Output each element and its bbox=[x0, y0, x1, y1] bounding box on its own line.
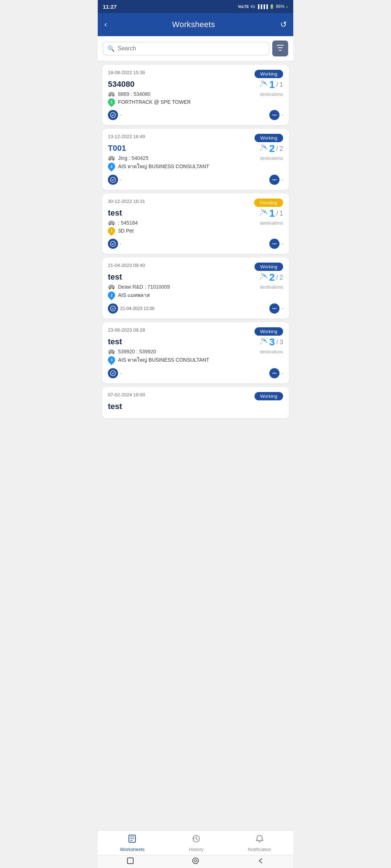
dest-total-number: 2 bbox=[279, 274, 283, 281]
card-left: test bbox=[108, 402, 283, 413]
card-id: 534080 bbox=[108, 80, 260, 89]
dest-current-number: 2 bbox=[269, 272, 275, 282]
more-icon[interactable] bbox=[269, 175, 279, 185]
card-body: T001 Jing : 540425 2 AIS หาดใหญ่ BUSINES… bbox=[108, 144, 283, 172]
status-icons: VoLTE 4G ▐▐▐▐ 🔋 86% ● bbox=[238, 4, 288, 9]
location-number: 3 bbox=[110, 358, 113, 362]
svg-point-25 bbox=[274, 243, 275, 244]
filter-icon bbox=[277, 45, 284, 52]
footer-left-text: - bbox=[120, 112, 122, 118]
card-footer: - - bbox=[108, 175, 283, 185]
svg-point-38 bbox=[113, 353, 114, 354]
footer-left-text: - bbox=[120, 177, 122, 182]
worksheet-card[interactable]: 18-08-2022 15:36 Working 534080 8869 : 5… bbox=[102, 65, 289, 125]
svg-point-34 bbox=[274, 308, 275, 309]
person-route-icon bbox=[260, 80, 268, 90]
svg-point-10 bbox=[109, 159, 110, 161]
svg-point-3 bbox=[261, 81, 264, 83]
more-icon[interactable] bbox=[269, 303, 279, 314]
worksheet-card[interactable]: 13-12-2022 16:49 Working T001 Jing : 540… bbox=[102, 129, 289, 190]
card-footer-right: - bbox=[269, 110, 283, 120]
arrive-icon[interactable] bbox=[108, 303, 118, 314]
location-number: 2 bbox=[110, 165, 113, 169]
destinations-info: 2 / 2 destinations bbox=[260, 144, 283, 161]
location-marker-icon: 1 bbox=[106, 97, 117, 107]
search-container: 🔍 bbox=[98, 36, 293, 61]
more-icon[interactable] bbox=[269, 239, 279, 249]
footer-right-text: - bbox=[282, 371, 283, 376]
more-icon[interactable] bbox=[269, 110, 279, 120]
status-badge: Working bbox=[255, 392, 283, 400]
location-name: 3D Pet bbox=[118, 228, 134, 234]
person-route-icon bbox=[260, 337, 268, 347]
worksheet-card[interactable]: 30-12-2022 16:31 Pending test : 545184 bbox=[102, 193, 289, 254]
arrive-icon[interactable] bbox=[108, 239, 118, 249]
search-input[interactable] bbox=[118, 45, 265, 52]
card-footer-left: - bbox=[108, 368, 122, 378]
dest-total-number: 1 bbox=[279, 81, 283, 89]
card-right: 2 / 2 destinations bbox=[260, 144, 283, 161]
dest-count: 2 / 2 bbox=[260, 272, 283, 282]
location-name: FORTHTRACK @ SPE TOWER bbox=[118, 99, 191, 105]
arrive-icon[interactable] bbox=[108, 110, 118, 120]
location-number: 1 bbox=[110, 100, 113, 104]
card-vehicle-row: 539920 : 539920 bbox=[108, 349, 260, 354]
svg-point-4 bbox=[264, 82, 265, 84]
location-number: 2 bbox=[110, 293, 113, 297]
svg-point-7 bbox=[274, 115, 275, 116]
card-left: T001 Jing : 540425 2 AIS หาดใหญ่ BUSINES… bbox=[108, 144, 260, 172]
footer-right-text: - bbox=[282, 241, 283, 246]
destinations-info: 2 / 2 destinations bbox=[260, 272, 283, 290]
status-badge: Working bbox=[255, 134, 283, 142]
destinations-info: 1 / 1 destinations bbox=[260, 80, 283, 97]
arrive-icon[interactable] bbox=[108, 175, 118, 185]
svg-point-44 bbox=[276, 373, 277, 374]
svg-point-40 bbox=[264, 340, 265, 341]
arrive-icon[interactable] bbox=[108, 368, 118, 378]
filter-button[interactable] bbox=[272, 41, 288, 56]
refresh-button[interactable]: ↺ bbox=[280, 20, 287, 29]
back-button[interactable]: ‹ bbox=[104, 20, 107, 29]
card-footer-right: - bbox=[269, 303, 283, 314]
status-time: 11:27 bbox=[103, 4, 117, 10]
destinations-label: destinations bbox=[260, 221, 283, 226]
footer-right-text: - bbox=[282, 112, 283, 118]
svg-point-11 bbox=[113, 159, 114, 161]
card-right: 3 / 3 destinations bbox=[260, 337, 283, 354]
dest-count: 1 / 1 bbox=[260, 80, 283, 90]
card-footer-right: - bbox=[269, 175, 283, 185]
dest-current-number: 2 bbox=[269, 144, 275, 154]
signal-icon: ▐▐▐▐ bbox=[257, 4, 268, 9]
battery-icon: 🔋 bbox=[269, 4, 274, 9]
svg-point-17 bbox=[276, 179, 277, 180]
card-id: test bbox=[108, 272, 260, 282]
volte-icon: VoLTE bbox=[238, 5, 249, 9]
card-header: 23-06-2023 09:28 Working bbox=[108, 327, 283, 336]
worksheet-card[interactable]: 21-04-2023 09:40 Working test Deaw R&D :… bbox=[102, 258, 289, 319]
worksheet-card[interactable]: 23-06-2023 09:28 Working test 539920 : 5… bbox=[102, 322, 289, 383]
person-route-icon bbox=[260, 209, 268, 218]
svg-point-37 bbox=[109, 353, 110, 354]
card-left: test : 545184 1 3D Pet bbox=[108, 208, 260, 236]
status-bar: 11:27 VoLTE 4G ▐▐▐▐ 🔋 86% ● bbox=[98, 0, 293, 13]
svg-point-13 bbox=[264, 146, 265, 148]
more-icon[interactable] bbox=[269, 368, 279, 378]
footer-left-text: - bbox=[120, 241, 122, 246]
status-badge: Pending bbox=[254, 199, 283, 207]
location-marker-icon: 1 bbox=[106, 226, 117, 236]
card-location-row: 2 AIS หาดใหญ่ BUSINESS CONSULTANT bbox=[108, 162, 260, 170]
footer-right-text: - bbox=[282, 306, 283, 311]
destinations-label: destinations bbox=[260, 285, 283, 290]
svg-point-31 bbox=[264, 275, 265, 276]
worksheets-list: 18-08-2022 15:36 Working 534080 8869 : 5… bbox=[98, 61, 293, 447]
svg-point-29 bbox=[113, 288, 114, 289]
search-input-wrapper[interactable]: 🔍 bbox=[103, 42, 269, 55]
footer-left-text: 21-04-2023 12:00 bbox=[120, 306, 155, 311]
car-icon bbox=[108, 156, 115, 161]
card-right: 1 / 1 destinations bbox=[260, 208, 283, 226]
status-badge: Working bbox=[255, 327, 283, 336]
worksheet-card[interactable]: 07-02-2024 19:00 Working test bbox=[102, 387, 289, 418]
card-datetime: 18-08-2022 15:36 bbox=[108, 70, 145, 75]
person-route-icon bbox=[260, 273, 268, 282]
svg-point-16 bbox=[274, 179, 275, 180]
